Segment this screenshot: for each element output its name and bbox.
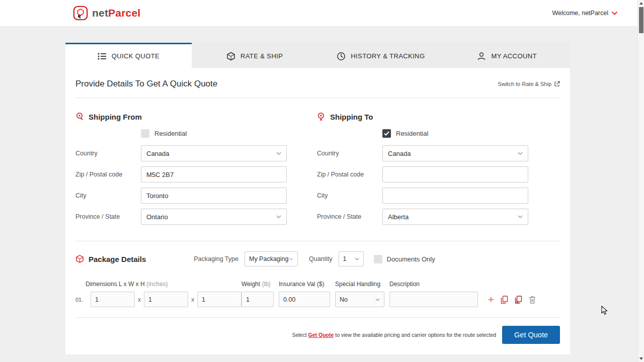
quick-quote-icon — [98, 52, 107, 60]
quick-quote-panel: Provide Details To Get A Quick Quote Swi… — [65, 68, 570, 354]
get-quote-button[interactable]: Get Quote — [502, 326, 560, 344]
section-title: Package Details — [89, 255, 146, 263]
section-title: Shipping To — [330, 113, 373, 121]
package-details-section: Package Details Packaging Type My Packag… — [75, 241, 560, 317]
tab-label: QUICK QUOTE — [112, 52, 159, 60]
location-pin-icon — [75, 112, 84, 121]
special-handling-select[interactable]: No — [335, 292, 384, 307]
packaging-type-label: Packaging Type — [194, 255, 238, 262]
chevron-down-icon — [612, 12, 617, 15]
quote-card: QUICK QUOTE RATE & SHIP HISTORY & TRACKI… — [65, 43, 570, 354]
clock-icon — [337, 52, 346, 61]
weight-input[interactable] — [242, 292, 274, 307]
description-input[interactable] — [389, 292, 478, 307]
chevron-down-icon — [375, 298, 380, 301]
country-label: Country — [75, 150, 141, 157]
zip-input[interactable] — [141, 166, 287, 183]
insurance-value-input[interactable] — [279, 292, 330, 307]
dimension-width-input[interactable] — [144, 292, 188, 307]
chevron-down-icon — [289, 257, 293, 260]
person-icon — [477, 52, 486, 61]
province-select[interactable]: Alberta — [382, 209, 528, 225]
tab-label: RATE & SHIP — [240, 52, 283, 60]
weight-column-header: Weight — [242, 281, 260, 288]
section-title: Shipping From — [89, 113, 142, 121]
external-link-icon — [554, 81, 560, 87]
tab-rate-and-ship[interactable]: RATE & SHIP — [192, 43, 318, 68]
residential-label: Residential — [396, 130, 428, 137]
chevron-down-icon — [276, 152, 281, 155]
zip-label: Zip / Postal code — [75, 171, 141, 178]
special-handling-column-header: Special Handling — [335, 281, 380, 288]
zip-label: Zip / Postal code — [317, 171, 382, 178]
get-quote-note: Select Get Quote to view the available p… — [292, 332, 496, 338]
city-input[interactable] — [382, 188, 528, 204]
province-label: Province / State — [317, 213, 382, 220]
welcome-text: Welcome, netParcel — [552, 10, 608, 17]
chevron-down-icon — [355, 257, 359, 260]
main-tabs: QUICK QUOTE RATE & SHIP HISTORY & TRACKI… — [65, 43, 570, 68]
netparcel-logo[interactable]: netParcel — [73, 6, 140, 21]
scroll-down-icon[interactable] — [639, 357, 643, 360]
insurance-column-header: Insurance Val ($) — [279, 281, 325, 288]
user-menu[interactable]: Welcome, netParcel — [552, 10, 617, 17]
residential-checkbox[interactable] — [141, 129, 149, 138]
documents-only-checkbox[interactable] — [374, 255, 382, 263]
package-table-header: Dimensions L x W x H (inches) Weight (lb… — [75, 281, 560, 288]
scrollbar-thumb[interactable] — [639, 7, 643, 33]
packaging-type-select[interactable]: My Packaging — [245, 251, 298, 266]
package-icon — [75, 254, 84, 263]
delete-row-icon[interactable] — [529, 296, 536, 304]
tab-history-tracking[interactable]: HISTORY & TRACKING — [318, 43, 444, 68]
tab-label: MY ACCOUNT — [491, 52, 536, 60]
city-input[interactable] — [141, 188, 287, 204]
dimension-height-input[interactable] — [197, 292, 242, 307]
province-label: Province / State — [75, 213, 141, 220]
zip-input[interactable] — [382, 166, 528, 183]
package-row: 01. x x No + — [75, 292, 560, 317]
tab-label: HISTORY & TRACKING — [351, 52, 425, 60]
dimension-length-input[interactable] — [91, 292, 135, 307]
add-row-icon[interactable]: + — [488, 295, 494, 305]
chevron-down-icon — [518, 215, 523, 218]
top-bar: netParcel Welcome, netParcel — [0, 0, 637, 27]
shipping-to-section: Shipping To Residential Country Canada — [317, 106, 558, 230]
page-title: Provide Details To Get A Quick Quote — [75, 79, 217, 89]
shipping-from-section: Shipping From Residential Country Canada — [75, 106, 317, 230]
get-quote-note-link[interactable]: Get Quote — [308, 332, 334, 338]
city-label: City — [317, 192, 382, 199]
mouse-cursor — [601, 306, 608, 315]
duplicate-row-icon[interactable] — [515, 296, 522, 304]
scroll-up-icon[interactable] — [639, 2, 643, 5]
residential-label: Residential — [154, 130, 187, 137]
quantity-label: Quantity — [309, 255, 333, 262]
copy-row-icon[interactable] — [501, 296, 508, 304]
tab-quick-quote[interactable]: QUICK QUOTE — [65, 43, 192, 68]
country-select[interactable]: Canada — [382, 145, 528, 161]
chevron-down-icon — [518, 152, 523, 155]
location-pin-icon — [317, 112, 326, 121]
chevron-down-icon — [276, 215, 281, 218]
tab-my-account[interactable]: MY ACCOUNT — [444, 43, 570, 68]
dimensions-column-header: Dimensions L x W x H — [86, 281, 145, 288]
scrollbar[interactable] — [637, 0, 644, 362]
description-column-header: Description — [389, 281, 420, 288]
country-select[interactable]: Canada — [141, 145, 287, 161]
quote-footer: Select Get Quote to view the available p… — [75, 318, 560, 353]
city-label: City — [75, 192, 141, 199]
switch-to-rate-ship-link[interactable]: Switch to Rate & Ship — [498, 81, 560, 87]
logo-text: netParcel — [92, 7, 140, 19]
netparcel-logo-icon — [73, 6, 88, 21]
row-index: 01. — [75, 297, 91, 303]
documents-only-label: Documents Only — [387, 255, 435, 263]
package-icon — [226, 52, 235, 61]
residential-checkbox[interactable] — [382, 129, 391, 138]
province-select[interactable]: Ontario — [141, 209, 287, 225]
country-label: Country — [317, 150, 382, 157]
check-icon — [384, 131, 389, 136]
quantity-select[interactable]: 1 — [339, 251, 364, 266]
